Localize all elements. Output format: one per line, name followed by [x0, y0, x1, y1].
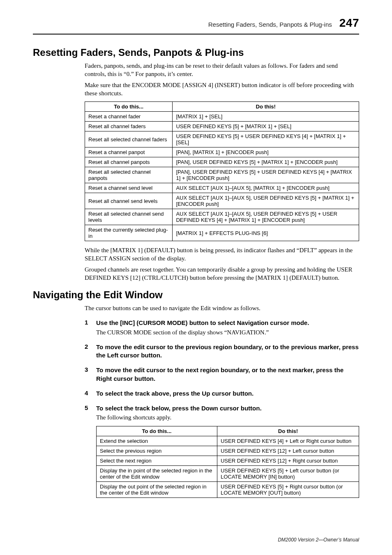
table-cell: USER DEFINED KEYS [5] + Left cursor butt… [217, 465, 359, 481]
table-row: Reset a channel fader[MATRIX 1] + [SEL] [85, 112, 359, 122]
table-row: Reset all channel panpots[PAN], USER DEF… [85, 157, 359, 167]
section1-body: Faders, panpots, sends, and plug-ins can… [85, 62, 359, 282]
table-cell: Reset all channel panpots [85, 157, 173, 167]
table-row: Reset all channel fadersUSER DEFINED KEY… [85, 122, 359, 131]
footer-text: DM2000 Version 2—Owner’s Manual [278, 537, 359, 543]
table-cell: USER DEFINED KEYS [12] + Left cursor but… [217, 446, 359, 456]
table-row: Reset all selected channel send levelsAU… [85, 209, 359, 225]
table-cell: Display the out point of the selected re… [97, 481, 217, 497]
table-header-row: To do this... Do this! [97, 426, 359, 436]
table-row: Display the out point of the selected re… [97, 481, 359, 497]
table-row: Select the previous regionUSER DEFINED K… [97, 446, 359, 456]
page-number: 247 [339, 16, 359, 30]
step-body: The following shortcuts apply. [96, 413, 359, 421]
table-cell: AUX SELECT [AUX 1]–[AUX 5], [MATRIX 1] +… [173, 183, 359, 193]
table-cell: Reset a channel panpot [85, 147, 173, 157]
step-item: To move the edit cursor to the next regi… [85, 366, 359, 383]
table-cell: Select the previous region [97, 446, 217, 456]
running-head: Resetting Faders, Sends, Panpots & Plug-… [33, 16, 359, 30]
table-cell: USER DEFINED KEYS [5] + Right cursor but… [217, 481, 359, 497]
section-heading-resetting: Resetting Faders, Sends, Panpots & Plug-… [33, 47, 359, 58]
table-cell: AUX SELECT [AUX 1]–[AUX 5], USER DEFINED… [173, 193, 359, 209]
table-cell: Reset all selected channel panpots [85, 167, 173, 183]
step-title: To select the track below, press the Dow… [96, 404, 359, 412]
page: Resetting Faders, Sends, Panpots & Plug-… [0, 0, 392, 555]
step-item: Use the [INC] (CURSOR MODE) button to se… [85, 319, 359, 336]
table-cell: Reset all channel send levels [85, 193, 173, 209]
table-header: To do this... [85, 102, 173, 112]
table-row: Reset a channel panpot[PAN], [MATRIX 1] … [85, 147, 359, 157]
table-cell: USER DEFINED KEYS [12] + Right cursor bu… [217, 456, 359, 465]
running-head-title: Resetting Faders, Sends, Panpots & Plug-… [208, 21, 332, 28]
step-item: To select the track above, press the Up … [85, 389, 359, 398]
table-cell: [PAN], USER DEFINED KEYS [5] + USER DEFI… [173, 167, 359, 183]
table-cell: AUX SELECT [AUX 1]–[AUX 5], USER DEFINED… [173, 209, 359, 225]
table-cell: Select the next region [97, 456, 217, 465]
steps-list: Use the [INC] (CURSOR MODE) button to se… [85, 319, 359, 497]
table-row: Extend the selectionUSER DEFINED KEYS [4… [97, 436, 359, 446]
step-title: Use the [INC] (CURSOR MODE) button to se… [96, 319, 359, 327]
table-row: Reset all selected channel panpots[PAN],… [85, 167, 359, 183]
step-item: To select the track below, press the Dow… [85, 404, 359, 498]
table-cell: [PAN], USER DEFINED KEYS [5] + [MATRIX 1… [173, 157, 359, 167]
table-cell: [MATRIX 1] + EFFECTS PLUG-INS [6] [173, 225, 359, 241]
table-cell: Display the in point of the selected reg… [97, 465, 217, 481]
table-cell: Extend the selection [97, 436, 217, 446]
step-title: To select the track above, press the Up … [96, 389, 359, 398]
table-header-row: To do this... Do this! [85, 102, 359, 112]
table-cell: Reset all channel faders [85, 122, 173, 131]
table-cell: [PAN], [MATRIX 1] + [ENCODER push] [173, 147, 359, 157]
table-cell: Reset a channel send level [85, 183, 173, 193]
paragraph: Grouped channels are reset together. You… [85, 265, 359, 282]
table-cell: USER DEFINED KEYS [4] + Left or Right cu… [217, 436, 359, 446]
table-header: Do this! [217, 426, 359, 436]
table-cell: Reset a channel fader [85, 112, 173, 122]
table-cell: Reset the currently selected plug-in [85, 225, 173, 241]
table-cell: USER DEFINED KEYS [5] + USER DEFINED KEY… [173, 131, 359, 147]
step-body: The CURSOR MODE section of the display s… [96, 328, 359, 336]
table-row: Reset the currently selected plug-in[MAT… [85, 225, 359, 241]
paragraph: The cursor buttons can be used to naviga… [85, 304, 359, 312]
paragraph: Faders, panpots, sends, and plug-ins can… [85, 62, 359, 78]
table-row: Select the next regionUSER DEFINED KEYS … [97, 456, 359, 465]
table-cell: [MATRIX 1] + [SEL] [173, 112, 359, 122]
step-title: To move the edit cursor to the previous … [96, 343, 359, 360]
table-cell: USER DEFINED KEYS [5] + [MATRIX 1] + [SE… [173, 122, 359, 131]
table-header: To do this... [97, 426, 217, 436]
section-heading-navigating: Navigating the Edit Window [33, 289, 359, 301]
section2-intro-wrap: The cursor buttons can be used to naviga… [85, 304, 359, 312]
header-rule [33, 34, 359, 35]
reset-shortcuts-table: To do this... Do this! Reset a channel f… [85, 101, 359, 241]
table-row: Display the in point of the selected reg… [97, 465, 359, 481]
table-header: Do this! [173, 102, 359, 112]
table-row: Reset all channel send levelsAUX SELECT … [85, 193, 359, 209]
step-title: To move the edit cursor to the next regi… [96, 366, 359, 383]
navigation-shortcuts-table: To do this... Do this! Extend the select… [96, 426, 359, 498]
paragraph: While the [MATRIX 1] (DEFAULT) button is… [85, 246, 359, 263]
table-row: Reset a channel send levelAUX SELECT [AU… [85, 183, 359, 193]
table-row: Reset all selected channel fadersUSER DE… [85, 131, 359, 147]
step-item: To move the edit cursor to the previous … [85, 343, 359, 360]
paragraph: Make sure that the ENCODER MODE [ASSIGN … [85, 81, 359, 98]
table-cell: Reset all selected channel faders [85, 131, 173, 147]
table-cell: Reset all selected channel send levels [85, 209, 173, 225]
